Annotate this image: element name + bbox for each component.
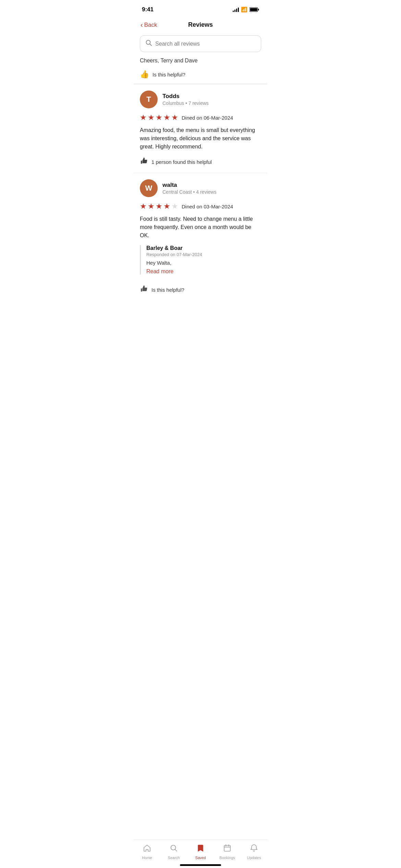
walta-star-3: ★ [156, 202, 162, 211]
svg-rect-1 [258, 9, 259, 11]
star-1: ★ [140, 113, 147, 122]
thumbs-up-icon: 👍 [140, 70, 149, 79]
reviewer-name-todds: Todds [162, 93, 209, 100]
bell-icon [250, 844, 258, 854]
tab-saved[interactable]: Saved [187, 843, 214, 861]
helpful-count-text-todds: 1 person found this helpful [151, 159, 212, 165]
review-text-todds: Amazing food, the menu is small but ever… [140, 126, 261, 151]
previous-review-text: Cheers, Terry and Dave [140, 58, 261, 64]
tab-bar: Home Search Saved Bookings [134, 840, 267, 868]
thumb-filled-icon-todds [140, 156, 149, 167]
signal-icon [233, 7, 239, 12]
stars-row-todds: ★ ★ ★ ★ ★ Dined on 06-Mar-2024 [140, 113, 261, 122]
tab-updates-label: Updates [247, 856, 261, 860]
response-restaurant-name: Barley & Boar [146, 245, 261, 251]
helpful-count-row-todds[interactable]: 1 person found this helpful [140, 156, 261, 167]
search-icon [146, 40, 152, 48]
svg-rect-7 [224, 845, 230, 851]
calendar-icon [223, 844, 231, 854]
reviewer-location-todds: Columbus [162, 100, 184, 106]
page-title: Reviews [188, 21, 213, 28]
tab-bookings[interactable]: Bookings [214, 843, 241, 861]
tab-saved-label: Saved [195, 856, 206, 860]
tab-search-label: Search [168, 856, 180, 860]
svg-line-4 [150, 44, 151, 46]
walta-star-1: ★ [140, 202, 147, 211]
thumb-partial-icon [140, 284, 149, 295]
back-button[interactable]: ‹ Back [141, 21, 157, 29]
walta-star-2: ★ [148, 202, 155, 211]
walta-star-4: ★ [163, 202, 170, 211]
reviewer-meta-todds: Columbus • 7 reviews [162, 100, 209, 106]
reviewer-info-todds: Todds Columbus • 7 reviews [162, 93, 209, 106]
search-input[interactable] [155, 41, 255, 47]
review-text-walta: Food is still tasty. Need to change menu… [140, 215, 261, 240]
star-4: ★ [163, 113, 170, 122]
star-2: ★ [148, 113, 155, 122]
wifi-icon: 📶 [241, 7, 247, 13]
reviewer-count-walta: 4 reviews [196, 189, 216, 195]
status-time: 9:41 [142, 6, 154, 13]
tab-bookings-label: Bookings [219, 856, 235, 860]
response-greeting: Hey Walta, [146, 260, 261, 266]
previous-review-tail: Cheers, Terry and Dave 👍 Is this helpful… [134, 56, 267, 84]
reviewer-dot-walta: • [193, 189, 196, 195]
bookmark-icon [196, 844, 205, 854]
tab-home[interactable]: Home [134, 843, 160, 861]
stars-todds: ★ ★ ★ ★ ★ [140, 113, 178, 122]
reviewer-header-walta: W walta Central Coast • 4 reviews [140, 179, 261, 197]
back-chevron-icon: ‹ [141, 21, 143, 29]
reviewer-location-walta: Central Coast [162, 189, 192, 195]
reviewer-meta-walta: Central Coast • 4 reviews [162, 189, 216, 195]
nav-bar: ‹ Back Reviews [134, 17, 267, 33]
home-icon [143, 844, 151, 854]
status-icons: 📶 [233, 7, 259, 13]
dined-date-todds: Dined on 06-Mar-2024 [182, 115, 233, 121]
review-card-walta: W walta Central Coast • 4 reviews ★ ★ ★ … [134, 173, 267, 281]
reviewer-info-walta: walta Central Coast • 4 reviews [162, 182, 216, 195]
reviewer-count-todds: 7 reviews [189, 100, 209, 106]
response-block-walta: Barley & Boar Responded on 07-Mar-2024 H… [140, 245, 261, 275]
walta-star-5: ★ [171, 202, 178, 211]
response-date: Responded on 07-Mar-2024 [146, 252, 261, 257]
review-card-todds: T Todds Columbus • 7 reviews ★ ★ ★ ★ ★ D… [134, 84, 267, 173]
search-container [134, 33, 267, 56]
home-indicator [180, 864, 221, 866]
status-bar: 9:41 📶 [134, 0, 267, 17]
reviewer-dot-todds: • [185, 100, 189, 106]
helpful-question: Is this helpful? [153, 72, 185, 77]
avatar-todds: T [140, 91, 158, 108]
dined-date-walta: Dined on 03-Mar-2024 [182, 204, 233, 209]
stars-walta: ★ ★ ★ ★ ★ [140, 202, 178, 211]
star-5: ★ [171, 113, 178, 122]
stars-row-walta: ★ ★ ★ ★ ★ Dined on 03-Mar-2024 [140, 202, 261, 211]
battery-icon [250, 7, 259, 12]
tab-updates[interactable]: Updates [241, 843, 267, 861]
star-3: ★ [156, 113, 162, 122]
tab-search[interactable]: Search [160, 843, 187, 861]
svg-line-6 [175, 849, 177, 852]
reviewer-header-todds: T Todds Columbus • 7 reviews [140, 91, 261, 108]
search-tab-icon [170, 844, 178, 854]
svg-rect-2 [250, 8, 257, 11]
read-more-button[interactable]: Read more [146, 268, 173, 274]
helpful-row[interactable]: 👍 Is this helpful? [140, 69, 261, 80]
tab-home-label: Home [142, 856, 152, 860]
reviewer-name-walta: walta [162, 182, 216, 189]
search-bar[interactable] [140, 35, 261, 52]
avatar-walta: W [140, 179, 158, 197]
helpful-partial-text: Is this helpful? [151, 287, 184, 293]
back-label: Back [144, 22, 157, 28]
helpful-partial-bottom[interactable]: Is this helpful? [134, 281, 267, 297]
